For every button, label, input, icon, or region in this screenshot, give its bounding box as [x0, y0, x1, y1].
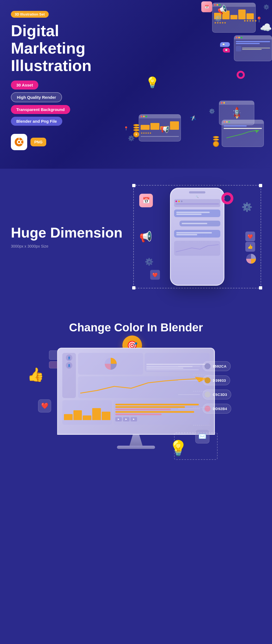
corner-tr — [259, 184, 262, 187]
color-swatches: 9592CA D39933 C5C3D3 — [178, 361, 231, 414]
swatch-label-4: DD92B4 — [213, 407, 227, 411]
dimension-text: Huge Dimension 3000px x 3000px Size — [11, 225, 122, 248]
hero-section: 3D Illustration Set Digital Marketing Il… — [0, 0, 272, 169]
swatch-pill-3: C5C3D3 — [203, 390, 231, 399]
svg-point-2 — [18, 141, 20, 143]
badge-assets: 30 Asset — [11, 81, 38, 90]
color-section: Change Color In Blender 👍 ❤️ 🎯 — [0, 305, 272, 471]
swatch-pill-4: DD92B4 — [203, 404, 231, 414]
donut-float — [221, 192, 233, 204]
swatch-row-1: 9592CA — [178, 361, 231, 371]
hero-illustrations: ★★★★★ 📅 📢 📍 ★★★★★ ⚙️ ⚙️ ☁️ — [122, 0, 272, 169]
thumbsup-float: 👍 — [245, 242, 255, 252]
swatch-line-1 — [178, 366, 200, 366]
dimension-title: Huge Dimension — [11, 225, 122, 241]
pie-chart-float — [246, 253, 256, 266]
swatch-circle-2 — [205, 377, 211, 383]
svg-marker-6 — [255, 130, 259, 133]
swatch-row-4: DD92B4 — [178, 404, 231, 414]
swatch-label-2: D39933 — [213, 378, 226, 383]
calendar-float: 📅 — [139, 194, 153, 207]
color-title: Change Color In Blender — [11, 321, 261, 334]
dimension-dashed-box: 🔍 — [133, 185, 261, 288]
badge-background: Transparent Background — [11, 105, 70, 114]
thumbs-up-left: 👍 — [27, 367, 44, 383]
swatch-circle-4 — [205, 406, 211, 412]
pie-chart-card — [78, 353, 143, 375]
color-demo: 👍 ❤️ 🎯 👤 👤 — [11, 348, 261, 449]
swatch-label-1: 9592CA — [213, 364, 227, 368]
dashed-connector-box — [174, 433, 218, 460]
dimension-section: Huge Dimension 3000px x 3000px Size 🔍 — [0, 169, 272, 305]
screen-sidebar: 👤 👤 — [62, 353, 76, 398]
png-badge: PNG — [30, 138, 46, 146]
swatch-line-4 — [178, 409, 200, 409]
sidebar-icon-2: 👤 — [66, 362, 72, 369]
swatch-line-2 — [178, 380, 200, 381]
badge-file: Blender and Png File — [11, 117, 62, 126]
badge-3d-illustration: 3D Illustration Set — [11, 11, 49, 18]
heart-left: ❤️ — [38, 399, 51, 412]
heart-bottom-float: ❤️ — [150, 270, 160, 280]
monitor-wrapper: 👍 ❤️ 🎯 👤 👤 — [41, 348, 231, 449]
swatch-pill-1: 9592CA — [203, 361, 231, 371]
hero-title: Digital Marketing Illustration — [11, 22, 133, 74]
swatch-label-3: C5C3D3 — [213, 393, 227, 397]
swatch-circle-1 — [205, 363, 211, 369]
swatch-line-3 — [178, 395, 200, 395]
blender-icon — [11, 134, 27, 150]
swatch-pill-2: D39933 — [203, 375, 230, 385]
bar-chart-card — [62, 400, 112, 425]
megaphone-float-left: 📢 — [139, 231, 152, 243]
phone-notch — [189, 191, 205, 193]
monitor-base — [117, 446, 155, 449]
sidebar-icon-1: 👤 — [66, 355, 72, 361]
badge-render: High Quality Render — [11, 92, 62, 102]
gear-float-top: ⚙️ — [242, 202, 252, 212]
phone-screen — [171, 199, 224, 256]
heart-float: ❤️ — [245, 232, 255, 241]
swatch-circle-3 — [205, 392, 211, 398]
dimension-subtitle: 3000px x 3000px Size — [11, 244, 122, 248]
corner-br — [259, 286, 262, 289]
swatch-row-2: D39933 — [178, 375, 231, 385]
file-type-icons: PNG — [11, 134, 133, 150]
gear-float-bottom: ⚙️ — [145, 258, 153, 266]
corner-tl — [132, 184, 135, 187]
corner-bl — [132, 286, 135, 289]
swatch-row-3: C5C3D3 — [178, 390, 231, 399]
phone-mockup: 🔍 — [170, 188, 224, 286]
feature-badges: 30 Asset High Quality Render Transparent… — [11, 81, 133, 126]
monitor-stand — [128, 435, 144, 446]
